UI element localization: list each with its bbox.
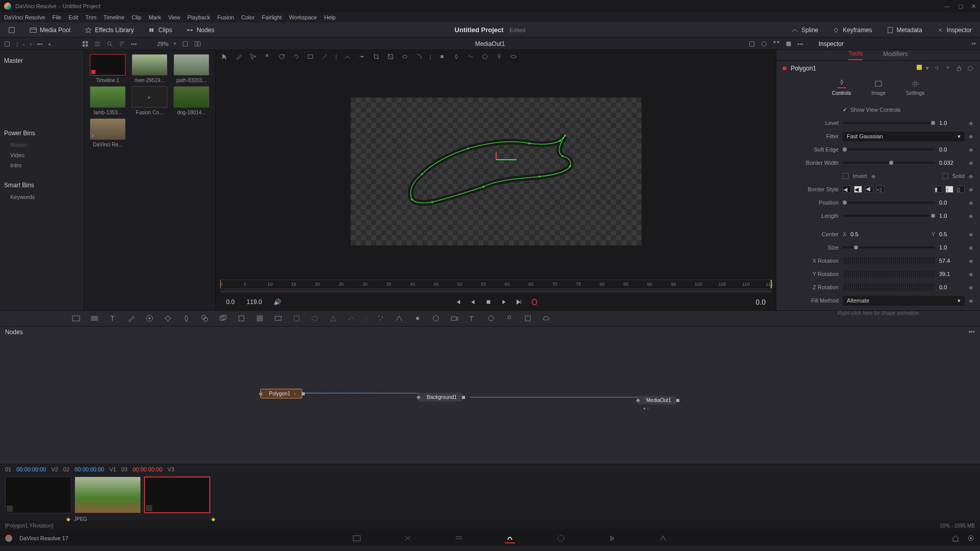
- keyframe-icon[interactable]: ◆: [871, 173, 876, 180]
- expand-button[interactable]: [4, 24, 19, 36]
- stop-button[interactable]: [485, 298, 492, 306]
- keyframes-button[interactable]: Keyframes: [828, 24, 876, 36]
- shape-anim-hint[interactable]: Right-click here for shape animation: [782, 307, 974, 319]
- border-style-option[interactable]: ▮: [934, 186, 942, 193]
- fit-icon[interactable]: [182, 40, 189, 47]
- media-in-icon[interactable]: [71, 314, 81, 323]
- node-link[interactable]: [301, 393, 419, 393]
- nodes-menu-icon[interactable]: •••: [968, 329, 975, 336]
- menu-item[interactable]: File: [53, 14, 62, 20]
- keyframe-icon[interactable]: ◆: [969, 120, 974, 127]
- zoom-level[interactable]: 29%: [157, 41, 168, 47]
- blur-icon[interactable]: [182, 314, 191, 323]
- particles-icon[interactable]: [376, 314, 385, 323]
- power-bins-header[interactable]: Power Bins: [4, 127, 80, 140]
- clip-thumb[interactable]: [75, 477, 141, 513]
- media-thumb[interactable]: dog-18014...: [172, 86, 211, 115]
- scrub-bar[interactable]: [220, 290, 772, 293]
- node-tool-icon[interactable]: [358, 53, 365, 60]
- select-tool-icon[interactable]: [250, 53, 257, 60]
- subtab-settings[interactable]: Settings: [906, 79, 924, 96]
- menu-item[interactable]: View: [168, 14, 180, 20]
- border-width-slider[interactable]: [843, 162, 935, 164]
- keyframe-icon[interactable]: ◆: [969, 173, 974, 180]
- dropdown-icon[interactable]: [4, 40, 11, 47]
- keyframe-icon[interactable]: ◆: [969, 186, 974, 193]
- keyframe-icon[interactable]: ◆: [969, 284, 974, 291]
- project-settings-icon[interactable]: [967, 534, 975, 542]
- menu-item[interactable]: Trim: [85, 14, 96, 20]
- node-background[interactable]: Background1: [419, 393, 462, 402]
- versions-icon[interactable]: ▾: [926, 65, 929, 72]
- size-value[interactable]: 1.0: [939, 244, 965, 251]
- crop-tool-icon[interactable]: [373, 53, 380, 60]
- more-icon[interactable]: •••: [131, 41, 137, 47]
- border-style-option[interactable]: ◀: [854, 186, 862, 193]
- render-icon[interactable]: [395, 314, 404, 323]
- audio-icon[interactable]: 🔊: [274, 298, 281, 306]
- globe-tool-icon[interactable]: [481, 53, 488, 60]
- background-icon[interactable]: [90, 314, 99, 323]
- time-ruler[interactable]: 0510152025303540455055606570758085909510…: [220, 280, 772, 289]
- menu-item[interactable]: Fusion: [217, 14, 234, 20]
- subtab-controls[interactable]: Controls: [832, 79, 851, 96]
- nav-fwd-button[interactable]: ›: [30, 41, 32, 47]
- yrot-value[interactable]: 39.1: [939, 271, 965, 277]
- keyframe-icon[interactable]: ◆: [969, 258, 974, 264]
- effects-library-button[interactable]: Effects Library: [81, 24, 138, 36]
- smart-bin-item[interactable]: Keywords: [4, 192, 80, 202]
- page-fairlight[interactable]: [607, 533, 617, 543]
- mask-polygon-icon[interactable]: [329, 314, 338, 323]
- view-indicator-icon[interactable]: ● ○: [643, 406, 649, 411]
- maximize-button[interactable]: ▢: [958, 3, 963, 10]
- loop-tool-icon[interactable]: [401, 53, 408, 60]
- key-tool-icon[interactable]: [453, 53, 460, 60]
- render3d-icon[interactable]: [523, 314, 532, 323]
- inspector-button[interactable]: Inspector: [933, 24, 976, 36]
- media-thumb[interactable]: river-29519...: [130, 54, 169, 83]
- xrot-value[interactable]: 57.4: [939, 258, 965, 264]
- keyframe-icon[interactable]: ◆: [969, 231, 974, 238]
- mask-bspline-icon[interactable]: [347, 314, 356, 323]
- pin-tool-icon[interactable]: [496, 53, 503, 60]
- page-edit[interactable]: [454, 533, 464, 543]
- camera-icon[interactable]: [450, 314, 459, 323]
- border-style-option[interactable]: ▮: [945, 186, 953, 193]
- menu-item[interactable]: Help: [324, 14, 336, 20]
- polygon-shape[interactable]: [351, 97, 642, 245]
- paint-icon[interactable]: [127, 314, 136, 323]
- menu-item[interactable]: Mark: [149, 14, 161, 20]
- minimize-button[interactable]: —: [944, 3, 950, 10]
- soft-edge-slider[interactable]: [843, 148, 935, 151]
- home-icon[interactable]: [951, 534, 960, 542]
- first-frame-button[interactable]: [454, 298, 461, 306]
- undo-icon[interactable]: [933, 65, 940, 72]
- light-icon[interactable]: [505, 314, 514, 323]
- rotate-tool-icon[interactable]: [278, 53, 285, 60]
- lock-icon[interactable]: [955, 65, 963, 72]
- eye-tool-icon[interactable]: [510, 53, 517, 60]
- grid-view-icon[interactable]: [82, 40, 89, 47]
- tab-tools[interactable]: Tools: [848, 50, 863, 60]
- invert-checkbox[interactable]: [843, 173, 849, 179]
- border-style-option[interactable]: ⯇: [865, 186, 873, 193]
- menu-item[interactable]: Color: [241, 14, 255, 20]
- media-thumb[interactable]: path-83203...: [172, 54, 211, 83]
- border-width-value[interactable]: 0.032: [939, 160, 965, 166]
- last-frame-button[interactable]: [516, 298, 523, 306]
- keyframe-icon[interactable]: ◆: [969, 297, 974, 304]
- xrot-wheel[interactable]: [843, 257, 935, 264]
- border-style-option[interactable]: ▯: [957, 186, 965, 193]
- fill-method-select[interactable]: Alternate▾: [843, 296, 965, 306]
- menu-item[interactable]: DaVinci Resolve: [4, 14, 45, 20]
- keyframe-icon[interactable]: ◆: [969, 146, 974, 153]
- viewer-canvas[interactable]: [216, 63, 776, 280]
- wave-tool-icon[interactable]: [467, 53, 474, 60]
- expand-icon[interactable]: ⇔: [971, 40, 976, 47]
- shape3d-icon[interactable]: [486, 314, 496, 323]
- hand-tool-icon[interactable]: [264, 53, 271, 60]
- node-polygon[interactable]: Polygon1 ●: [260, 389, 302, 398]
- tab-modifiers[interactable]: Modifiers: [883, 51, 908, 60]
- viewer-grid-icon[interactable]: [773, 40, 780, 47]
- page-deliver[interactable]: [658, 533, 668, 543]
